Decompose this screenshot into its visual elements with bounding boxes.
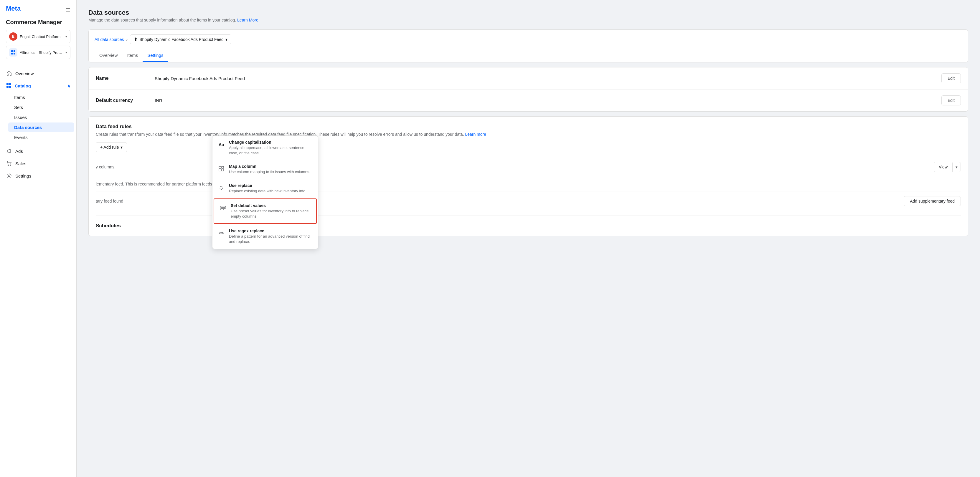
capitalization-title: Change capitalization [229, 140, 313, 144]
currency-value: INR [155, 98, 942, 103]
view-button-group[interactable]: View ▾ [934, 162, 961, 172]
feed-name: Shopify Dynamic Facebook Ads Product Fee… [139, 37, 224, 42]
catalog-subnav: Items Sets Issues Data sources Events [0, 92, 76, 142]
sidebar-events-label: Events [14, 135, 28, 140]
svg-rect-4 [6, 83, 8, 85]
svg-rect-14 [221, 169, 224, 171]
add-rule-button[interactable]: + Add rule ▾ [96, 142, 127, 152]
svg-point-10 [8, 175, 10, 177]
page-title: Data sources [88, 9, 968, 16]
add-rule-label: + Add rule [100, 145, 119, 150]
sidebar-data-sources-label: Data sources [14, 125, 42, 130]
catalog-collapse-icon: ∧ [67, 83, 70, 89]
view-button[interactable]: View [934, 162, 952, 172]
dropdown-item-set-default[interactable]: Set default values Use preset values for… [214, 198, 317, 224]
svg-rect-2 [11, 53, 13, 54]
capitalization-desc: Apply all uppercase, all lowercase, sent… [229, 145, 313, 156]
sidebar-item-overview-label: Overview [15, 71, 34, 76]
dropdown-item-use-replace[interactable]: Use replace Replace existing data with n… [212, 179, 318, 198]
upload-icon: ⬆ [134, 36, 138, 42]
add-supplementary-feed-button[interactable]: Add supplementary feed [904, 196, 961, 206]
ads-icon [6, 148, 13, 154]
home-icon [6, 70, 13, 76]
add-rule-dropdown: Aa Change capitalization Apply all upper… [212, 135, 318, 249]
svg-rect-12 [221, 166, 224, 168]
svg-rect-17 [221, 209, 224, 210]
rules-learn-more-link[interactable]: Learn more [465, 132, 486, 136]
regex-replace-content: Use regex replace Define a pattern for a… [229, 228, 313, 244]
add-rule-chevron-icon: ▾ [121, 145, 123, 150]
account-selector[interactable]: E Engati Chatbot Platform ▾ [6, 30, 70, 43]
sidebar-items-label: Items [14, 95, 25, 100]
catalog-grid-nav-icon [6, 82, 12, 89]
currency-row: Default currency INR Edit [89, 90, 968, 111]
set-default-desc: Use preset values for inventory info to … [231, 208, 312, 219]
catalog-selector[interactable]: Alltronics - Shopify Product ... ▾ [6, 46, 70, 59]
meta-logo-text: Meta [6, 5, 21, 13]
svg-rect-5 [9, 83, 11, 85]
tabs-bar: Overview Items Settings [89, 49, 968, 62]
sidebar-item-items[interactable]: Items [8, 92, 74, 102]
settings-icon [6, 173, 13, 179]
tab-overview[interactable]: Overview [95, 49, 123, 62]
map-column-desc: Use column mapping to fix issues with co… [229, 169, 313, 174]
use-replace-title: Use replace [229, 183, 313, 188]
sidebar-item-ads[interactable]: Ads [0, 145, 76, 157]
sidebar-item-events[interactable]: Events [8, 133, 74, 142]
capitalization-icon: Aa [217, 141, 225, 149]
name-edit-button[interactable]: Edit [942, 73, 961, 83]
settings-card: Name Shopify Dynamic Facebook Ads Produc… [88, 67, 968, 112]
svg-rect-3 [14, 53, 15, 54]
use-replace-icon [217, 184, 225, 192]
regex-replace-icon: </> [217, 229, 225, 237]
name-row: Name Shopify Dynamic Facebook Ads Produc… [89, 67, 968, 90]
breadcrumb-separator: › [126, 37, 128, 42]
regex-replace-title: Use regex replace [229, 228, 313, 233]
dropdown-item-regex-replace[interactable]: </> Use regex replace Define a pattern f… [212, 224, 318, 249]
map-column-title: Map a column [229, 164, 313, 169]
catalog-grid-icon [9, 48, 18, 57]
sidebar-item-catalog[interactable]: Catalog ∧ [0, 79, 76, 92]
sidebar-item-issues[interactable]: Issues [8, 113, 74, 122]
sidebar-item-settings[interactable]: Settings [0, 170, 76, 182]
sidebar-catalog-label: Catalog [15, 83, 31, 88]
use-replace-content: Use replace Replace existing data with n… [229, 183, 313, 194]
sidebar-item-sets[interactable]: Sets [8, 103, 74, 112]
catalog-section: Catalog ∧ Items Sets Issues Data sources [0, 79, 76, 145]
svg-point-8 [8, 165, 9, 166]
set-default-title: Set default values [231, 203, 312, 208]
all-data-sources-link[interactable]: All data sources [95, 37, 124, 42]
dropdown-item-map-column[interactable]: Map a column Use column mapping to fix i… [212, 160, 318, 179]
feed-chevron-icon: ▾ [225, 37, 228, 42]
sidebar: Meta ☰ Commerce Manager E Engati Chatbot… [0, 0, 76, 477]
dropdown-item-capitalization[interactable]: Aa Change capitalization Apply all upper… [212, 136, 318, 160]
commerce-manager-title: Commerce Manager [6, 19, 70, 25]
hamburger-icon[interactable]: ☰ [66, 7, 70, 14]
sidebar-item-sales[interactable]: Sales [0, 157, 76, 170]
capitalization-content: Change capitalization Apply all uppercas… [229, 140, 313, 156]
sidebar-item-data-sources[interactable]: Data sources [8, 122, 74, 132]
set-default-icon [219, 204, 227, 212]
breadcrumb-tabs-card: All data sources › ⬆ Shopify Dynamic Fac… [88, 29, 968, 62]
learn-more-link[interactable]: Learn More [237, 17, 258, 22]
sidebar-issues-label: Issues [14, 115, 27, 120]
regex-replace-desc: Define a pattern for an advanced version… [229, 234, 313, 244]
sidebar-settings-label: Settings [15, 173, 31, 178]
rules-title: Data feed rules [96, 124, 961, 130]
svg-rect-1 [14, 50, 15, 52]
account-name: Engati Chatbot Platform [20, 35, 63, 39]
tab-items[interactable]: Items [123, 49, 143, 62]
catalog-chevron-icon: ▾ [65, 51, 67, 54]
sales-icon [6, 160, 13, 166]
sidebar-item-overview[interactable]: Overview [0, 67, 76, 79]
account-avatar: E [9, 32, 18, 41]
sidebar-ads-label: Ads [15, 149, 23, 154]
name-label: Name [96, 76, 155, 81]
view-dropdown-icon[interactable]: ▾ [952, 163, 961, 172]
currency-edit-button[interactable]: Edit [942, 95, 961, 105]
svg-point-9 [10, 165, 11, 166]
tab-settings[interactable]: Settings [143, 49, 168, 62]
svg-rect-6 [6, 86, 8, 88]
set-default-content: Set default values Use preset values for… [231, 203, 312, 219]
feed-selector[interactable]: ⬆ Shopify Dynamic Facebook Ads Product F… [130, 35, 231, 44]
